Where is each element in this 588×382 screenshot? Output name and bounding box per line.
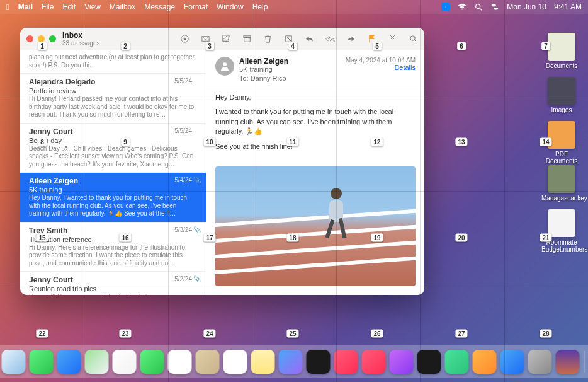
dock-app-freeform[interactable]: [279, 350, 303, 374]
folder-icon: [548, 121, 575, 149]
dock-app-facetime[interactable]: [140, 350, 164, 374]
menu-edit[interactable]: Edit: [62, 3, 76, 11]
menu-message[interactable]: Message: [144, 3, 175, 11]
dock-app-mail[interactable]: [57, 350, 81, 374]
envelope-icon[interactable]: [201, 34, 210, 43]
dock-app-numbers[interactable]: [445, 350, 469, 374]
dock-app-tv[interactable]: [307, 350, 331, 374]
dock-app-stocks[interactable]: [417, 350, 441, 374]
desktop-item[interactable]: Madagascar.key: [541, 165, 582, 202]
inbox-count: 33 messages: [62, 40, 99, 47]
dock-app-notes[interactable]: [251, 350, 275, 374]
svg-point-17: [410, 36, 416, 41]
svg-point-10: [184, 38, 186, 40]
wifi-icon[interactable]: [458, 3, 466, 11]
menu-file[interactable]: File: [42, 3, 54, 11]
menubar-time[interactable]: 9:41 AM: [554, 3, 582, 11]
message-row[interactable]: Alejandra Delgado5/5/24Portfolio reviewH…: [20, 74, 206, 124]
archive-icon[interactable]: [242, 34, 252, 43]
mail-window: Inbox 33 messages planning our next adve…: [20, 28, 424, 295]
reply-icon[interactable]: [305, 34, 314, 43]
menubar:  Mail File Edit View Mailbox Message Fo…: [0, 0, 588, 14]
desktop-item-label: Images: [541, 107, 582, 113]
message-sender: Jenny Court: [29, 275, 198, 284]
grid-label: 22: [36, 330, 48, 338]
message-row-subject: Beach day: [29, 137, 198, 144]
window-close-button[interactable]: [26, 35, 33, 42]
menu-window[interactable]: Window: [217, 3, 244, 11]
dock-app-appstore[interactable]: [500, 350, 524, 374]
dock-app-maps[interactable]: [85, 350, 109, 374]
message-row-preview: Hi Danny! Herland passed me your contact…: [29, 95, 198, 119]
message-row[interactable]: Trev Smith5/3/24📎Illustration referenceH…: [20, 223, 206, 272]
svg-point-4: [461, 8, 463, 9]
folder-icon: [548, 165, 575, 193]
window-zoom-button[interactable]: [49, 35, 56, 42]
window-minimize-button[interactable]: [38, 35, 45, 42]
message-row-subject: 5K training: [29, 186, 198, 194]
dock-app-pages[interactable]: [473, 350, 497, 374]
message-row[interactable]: Aileen Zeigen5/4/24📎5K trainingHey Danny…: [20, 173, 206, 223]
inbox-title: Inbox: [62, 31, 99, 40]
compose-icon[interactable]: [222, 34, 231, 43]
dock-app-news[interactable]: [362, 350, 386, 374]
voice-control-icon[interactable]: [441, 3, 450, 11]
message-row-date: 5/5/24: [174, 78, 192, 84]
dock-app-safari[interactable]: [2, 350, 26, 374]
svg-line-6: [480, 8, 482, 11]
desktop-item-label: Roommate Budget.numbers: [541, 239, 582, 253]
desktop-item[interactable]: PDF Documents: [541, 121, 582, 165]
svg-rect-8: [494, 8, 499, 10]
app-name[interactable]: Mail: [18, 3, 33, 11]
svg-point-19: [223, 62, 227, 66]
junk-icon[interactable]: [284, 34, 293, 43]
svg-rect-14: [244, 38, 250, 42]
menubar-date[interactable]: Mon Jun 10: [507, 3, 546, 11]
dock-app-calendar[interactable]: [168, 350, 192, 374]
dock-app-music[interactable]: [334, 350, 358, 374]
grid-label: 26: [371, 330, 383, 338]
message-date: May 4, 2024 at 10:04 AM: [346, 57, 416, 64]
message-row[interactable]: Jenny Court5/5/24Beach dayBeach Day 🏖 - …: [20, 124, 206, 173]
filter-icon[interactable]: [180, 34, 189, 43]
dock-app-contacts[interactable]: [196, 350, 220, 374]
dock-app-settings[interactable]: [528, 350, 552, 374]
message-list[interactable]: planning our next adventure (or at least…: [20, 50, 206, 295]
svg-rect-7: [492, 4, 496, 7]
trash-icon[interactable]: [263, 34, 273, 43]
dock-app-reminders[interactable]: [223, 350, 247, 374]
dock-app-podcasts[interactable]: [390, 350, 414, 374]
grid-label: 28: [540, 330, 551, 338]
message-details-link[interactable]: Details: [346, 64, 416, 71]
grid-label: 13: [455, 138, 467, 146]
attachment-icon: 📎: [193, 275, 201, 282]
dock-app-iphone-mirroring[interactable]: [556, 350, 580, 374]
grid-label: 20: [455, 234, 467, 242]
menu-help[interactable]: Help: [252, 3, 268, 11]
control-center-icon[interactable]: [490, 3, 499, 11]
desktop-item-label: Documents: [541, 62, 582, 69]
search-icon[interactable]: [409, 34, 418, 43]
message-sender: Alejandra Delgado: [29, 78, 198, 86]
grid-label: 6: [457, 42, 466, 50]
folder-icon: [548, 77, 575, 105]
menu-mailbox[interactable]: Mailbox: [110, 3, 135, 11]
reply-all-icon[interactable]: [325, 34, 335, 43]
message-row[interactable]: planning our next adventure (or at least…: [20, 50, 206, 74]
dock-app-photos[interactable]: [113, 350, 137, 374]
forward-icon[interactable]: [346, 34, 356, 43]
desktop-item[interactable]: Documents: [541, 33, 582, 69]
desktop-item[interactable]: Roommate Budget.numbers: [541, 209, 582, 253]
message-attachment-image[interactable]: [215, 166, 416, 286]
more-icon[interactable]: [388, 34, 397, 43]
menu-format[interactable]: Format: [184, 3, 208, 11]
desktop-item[interactable]: Images: [541, 77, 582, 113]
menu-view[interactable]: View: [84, 3, 101, 11]
dock-app-messages[interactable]: [30, 350, 54, 374]
apple-menu-icon[interactable]: : [6, 3, 9, 12]
flag-icon[interactable]: [367, 34, 376, 43]
message-row[interactable]: Jenny Court5/2/24📎Reunion road trip pics…: [20, 272, 206, 295]
spotlight-icon[interactable]: [474, 3, 483, 11]
message-row-date: 5/3/24: [174, 226, 192, 233]
svg-line-18: [414, 40, 417, 42]
